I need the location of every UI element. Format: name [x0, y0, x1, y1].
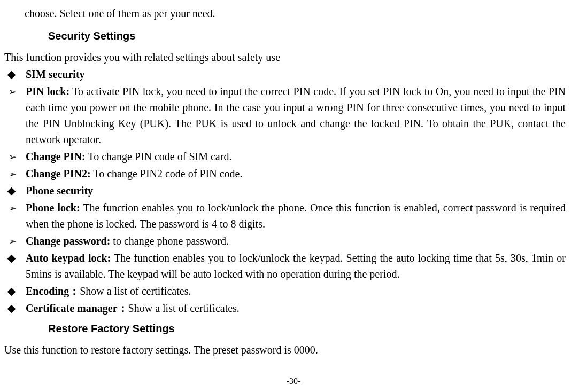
diamond-bullet-icon: [4, 250, 26, 266]
change-pin2-label: Change PIN2:: [26, 168, 91, 179]
arrow-bullet-icon: ➢: [4, 233, 26, 249]
arrow-bullet-icon: ➢: [4, 200, 26, 216]
cert-manager-text: Show a list of certificates.: [128, 302, 240, 314]
list-item-auto-keypad: Auto keypad lock: The function enables y…: [4, 250, 566, 282]
arrow-bullet-icon: ➢: [4, 148, 26, 164]
change-password-label: Change password:: [26, 235, 110, 247]
list-item-encoding: Encoding：Show a list of certificates.: [4, 283, 566, 299]
phone-lock-label: Phone lock:: [26, 202, 80, 214]
list-item-phone-security: Phone security: [4, 183, 566, 199]
list-item-phone-lock: ➢ Phone lock: The function enables you t…: [4, 200, 566, 232]
encoding-text: Show a list of certificates.: [80, 285, 191, 297]
diamond-bullet-icon: [4, 283, 26, 299]
phone-lock-text: The function enables you to lock/unlock …: [26, 202, 566, 230]
change-password-text: to change phone password.: [110, 235, 229, 247]
page-number: -30-: [287, 375, 301, 388]
diamond-bullet-icon: [4, 183, 26, 199]
arrow-bullet-icon: ➢: [4, 83, 26, 99]
encoding-label: Encoding：: [26, 285, 80, 297]
auto-keypad-label: Auto keypad lock:: [26, 252, 111, 264]
sim-security-label: SIM security: [26, 68, 85, 80]
pin-lock-text: To activate PIN lock, you need to input …: [26, 85, 566, 145]
change-pin2-text: To change PIN2 code of PIN code.: [91, 168, 243, 179]
restore-factory-heading: Restore Factory Settings: [48, 320, 566, 336]
list-item-cert-manager: Certificate manager：Show a list of certi…: [4, 300, 566, 316]
pin-lock-label: PIN lock:: [26, 85, 69, 97]
security-settings-heading: Security Settings: [48, 28, 566, 44]
list-item-change-pin2: ➢ Change PIN2: To change PIN2 code of PI…: [4, 166, 566, 182]
diamond-bullet-icon: [4, 66, 26, 82]
restore-factory-description: Use this function to restore factory set…: [4, 342, 566, 358]
list-item-change-password: ➢ Change password: to change phone passw…: [4, 233, 566, 249]
list-item-sim-security: SIM security: [4, 66, 566, 82]
change-pin-label: Change PIN:: [26, 151, 86, 162]
phone-security-label: Phone security: [26, 185, 93, 197]
cert-manager-label: Certificate manager：: [26, 302, 128, 314]
list-item-pin-lock: ➢ PIN lock: To activate PIN lock, you ne…: [4, 83, 566, 147]
change-pin-text: To change PIN code of SIM card.: [86, 151, 232, 162]
intro-text: choose. Select one of them as per your n…: [25, 5, 566, 21]
diamond-bullet-icon: [4, 300, 26, 316]
arrow-bullet-icon: ➢: [4, 166, 26, 182]
list-item-change-pin: ➢ Change PIN: To change PIN code of SIM …: [4, 148, 566, 164]
security-description: This function provides you with related …: [4, 49, 566, 65]
